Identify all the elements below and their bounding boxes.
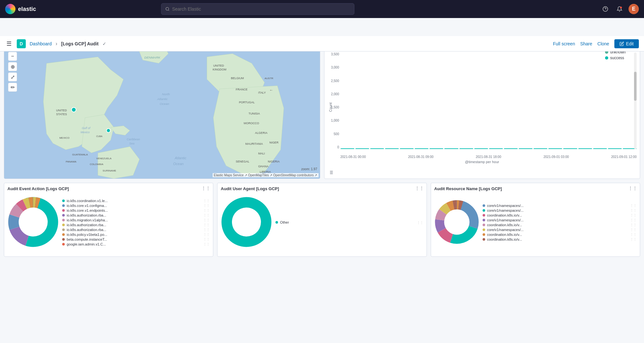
svg-text:STATES: STATES [56,113,67,116]
rn-drag-2[interactable]: ⋮⋮ [630,213,637,217]
drag-handle-6[interactable]: ⋮⋮ [203,228,210,231]
event-action-options-icon[interactable]: ⋮⋮ [201,186,210,191]
x-axis-title: @timestamp per hour [465,160,499,164]
user-agent-options-icon[interactable]: ⋮⋮ [415,186,424,191]
rn-legend-row-1: core/v1/namespaces/... ⋮⋮ [483,209,637,212]
resource-name-options-icon[interactable]: ⋮⋮ [628,186,637,191]
share-link[interactable]: Share [580,41,592,46]
svg-text:Gulf of: Gulf of [82,126,91,130]
reset-view-btn[interactable]: ⊕ [8,62,17,71]
rn-legend-label-5: core/v1/namespaces/... [487,228,628,232]
drag-handle-5[interactable]: ⋮⋮ [203,223,210,227]
bars-container [341,52,637,149]
rn-legend-row-4: coordination.k8s.io/v... ⋮⋮ [483,223,637,227]
drag-handle-3[interactable]: ⋮⋮ [203,213,210,217]
rn-drag-5[interactable]: ⋮⋮ [630,228,637,231]
legend-dot-0 [62,199,65,202]
bar-10 [474,148,488,149]
legend-row-7: io.k8s.policy.v1beta1.po... ⋮⋮ [62,233,210,236]
user-agent-donut-area: Other ⋮⋮ [221,194,423,251]
search-input[interactable] [172,6,350,12]
svg-point-41 [72,107,76,112]
map-panel: Audit Source Locations [Logs GCP] [4,37,320,179]
draw-btn[interactable]: ✏ [8,83,17,92]
legend-dot-2 [62,209,65,212]
svg-text:DENMARK: DENMARK [144,56,160,59]
svg-text:PANAMA: PANAMA [66,160,77,163]
bar-group-12 [504,148,518,149]
y-label-3500: 3,500 [331,52,339,56]
event-action-donut-svg [7,196,59,248]
legend-label-5: io.k8s.authorization.rba... [67,223,201,227]
breadcrumb-current: [Logs GCP] Audit [61,41,99,46]
svg-text:MAURITANIA: MAURITANIA [245,142,263,145]
help-icon-btn[interactable] [600,4,610,14]
chart-area: Count 0 500 1,000 1,500 2,000 2,500 3,00… [324,49,640,165]
rn-drag-6[interactable]: ⋮⋮ [630,233,637,236]
expand-btn[interactable]: ⤢ [8,72,17,81]
svg-text:FRANCE: FRANCE [236,88,248,91]
drag-handle-2[interactable]: ⋮⋮ [203,209,210,212]
ua-drag-handle-0[interactable]: ⋮⋮ [417,221,423,224]
resource-name-donut-area: core/v1/namespaces/... ⋮⋮ core/v1/namesp… [434,194,637,251]
svg-point-59 [19,208,48,236]
global-search-bar[interactable] [161,3,354,15]
svg-text:GHANA: GHANA [258,165,268,168]
breadcrumb-dashboard[interactable]: Dashboard [30,41,52,46]
rn-drag-3[interactable]: ⋮⋮ [630,218,637,222]
rn-drag-4[interactable]: ⋮⋮ [630,223,637,227]
bar-group-6 [415,148,428,149]
bar-group-13 [519,148,533,149]
user-agent-panel: Audit User Agent [Logs GCP] ⋮⋮ Other ⋮⋮ [217,183,427,257]
svg-text:PORTUGAL: PORTUGAL [239,101,255,104]
nav-icons: E [600,4,639,14]
legend-dot-9 [62,243,65,246]
chart-scrollbar[interactable] [634,52,637,149]
drag-handle-9[interactable]: ⋮⋮ [203,242,210,246]
bar-group-14 [533,148,547,149]
rn-drag-1[interactable]: ⋮⋮ [630,209,637,212]
bar-group-11 [489,148,503,149]
rn-legend-row-7: coordination.k8s.io/v... ⋮⋮ [483,237,637,241]
rn-drag-7[interactable]: ⋮⋮ [630,237,637,241]
bar-14 [533,148,547,149]
bar-9 [459,148,473,149]
svg-text:MEXICO: MEXICO [59,136,69,139]
legend-row-0: io.k8s.coordination.v1.le... ⋮⋮ [62,199,210,203]
legend-label-9: google.iam.admin.v1.C... [67,242,201,246]
bar-2 [355,148,369,149]
legend-row-4: io.k8s.migration.v1alpha... ⋮⋮ [62,218,210,222]
svg-point-2 [620,7,622,9]
bar-11 [489,148,503,149]
fullscreen-link[interactable]: Full screen [553,41,575,46]
legend-dot-5 [62,224,65,226]
bar-group-3 [370,148,384,149]
drag-handle-1[interactable]: ⋮⋮ [203,204,210,207]
chart-list-icon[interactable] [328,170,333,176]
legend-label-4: io.k8s.migration.v1alpha... [67,218,201,222]
user-agent-donut-svg [221,196,272,248]
edit-button[interactable]: Edit [614,39,639,48]
check-icon[interactable]: ✓ [102,41,106,46]
drag-handle-0[interactable]: ⋮⋮ [203,199,210,202]
user-avatar-btn[interactable]: E [629,4,639,14]
edit-icon [620,42,624,46]
zoom-out-btn[interactable]: − [8,52,17,61]
svg-text:ALGERIA: ALGERIA [255,131,267,134]
svg-text:VENEZUELA: VENEZUELA [96,157,112,160]
event-action-donut [7,196,59,249]
rn-drag-0[interactable]: ⋮⋮ [630,204,637,207]
elastic-logo[interactable]: elastic [5,4,36,14]
clone-link[interactable]: Clone [597,41,609,46]
rn-legend-label-2: coordination.k8s.io/v... [487,213,628,217]
chart-scrollbar-thumb[interactable] [634,72,637,101]
hamburger-btn[interactable]: ☰ [5,39,13,49]
drag-handle-4[interactable]: ⋮⋮ [203,218,210,222]
x-label-2: 2021-08-31 18:00 [476,155,501,159]
map-zoom-label: zoom: 1.97 [301,167,317,171]
drag-handle-8[interactable]: ⋮⋮ [203,237,210,241]
drag-handle-7[interactable]: ⋮⋮ [203,233,210,236]
rn-legend-dot-5 [483,228,485,231]
notification-icon-btn[interactable] [614,4,625,14]
rn-legend-label-7: coordination.k8s.io/v... [487,237,628,241]
